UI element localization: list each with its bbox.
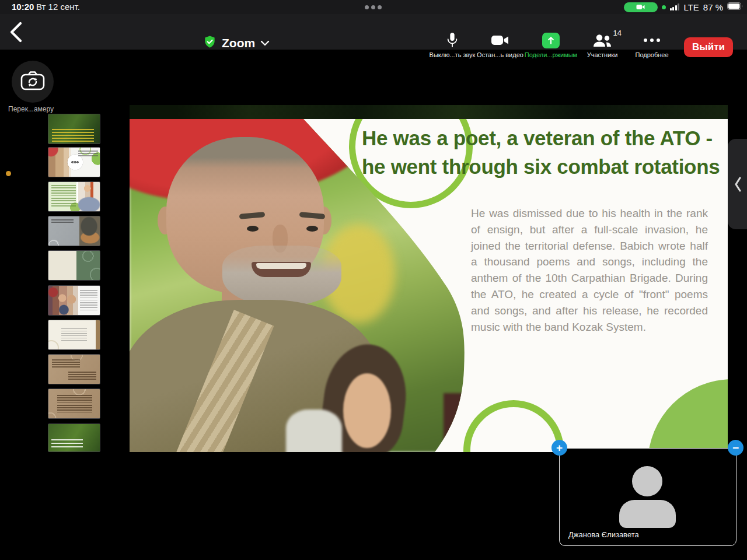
share-content-button[interactable]: Подели...ржимым: [523, 32, 579, 58]
status-bar: 10:20 Вт 12 сент. LTE 87 %: [0, 0, 747, 14]
decorative-circle-bottom-right: [648, 379, 728, 452]
microphone-icon: [446, 32, 459, 48]
network-type: LTE: [683, 2, 699, 12]
battery-icon: [727, 2, 743, 12]
clock: 10:20: [12, 2, 34, 12]
avatar-body: [619, 500, 676, 528]
participant-video-tile[interactable]: Джанова Єлизавета: [559, 448, 736, 546]
slide-thumbnail-4-gray-slide-soldier-photo[interactable]: [48, 216, 100, 246]
slide-thumbnail-3-green-textbox-with-photo[interactable]: [48, 181, 100, 212]
slide-thumbnail-9-tan-centered-text-slide[interactable]: [48, 388, 100, 419]
chevron-down-icon: [260, 38, 270, 48]
slide-top-strip: [130, 105, 728, 119]
share-up-arrow-icon: [542, 33, 560, 48]
slide-body-text: He was dismissed due to his health in th…: [471, 205, 708, 335]
multitasking-dots-icon: [365, 5, 382, 9]
decorative-ring-bottom: [463, 400, 564, 452]
back-button[interactable]: [8, 21, 29, 44]
battery-percent: 87 %: [703, 2, 723, 12]
slide-thumbnail-1-forest-title-slide[interactable]: [48, 114, 100, 144]
switch-camera-label: Перек...амеру: [8, 105, 54, 113]
participants-button[interactable]: 14 Участники: [577, 32, 628, 58]
slide-thumbnail-2-portrait-with-speech-bubble[interactable]: [48, 147, 100, 177]
more-button[interactable]: Подробнее: [630, 32, 673, 58]
camera-rotate-icon: [20, 71, 45, 93]
meeting-info-dropdown[interactable]: Zoom: [203, 35, 270, 51]
signal-bars-icon: [670, 4, 680, 10]
stop-video-button[interactable]: Остан...ь видео: [470, 32, 530, 58]
slide-thumbnail-6-couple-photo-with-text-panel[interactable]: [48, 285, 100, 316]
slide-thumbnail-7-cream-text-page[interactable]: [48, 320, 100, 350]
slide-thumbnail-10-forest-closing-slide[interactable]: [48, 424, 100, 452]
leave-meeting-button[interactable]: Выйти: [684, 37, 733, 57]
shared-screen-slide: He was a poet, a veteran of the ATO - he…: [130, 105, 728, 452]
encryption-shield-icon: [203, 35, 217, 51]
enlarge-tile-button[interactable]: +: [551, 440, 567, 456]
man-face: [166, 137, 324, 293]
video-camera-icon: [491, 32, 509, 48]
slide-thumbnail-5-cream-green-split[interactable]: [48, 250, 100, 281]
participant-name: Джанова Єлизавета: [568, 530, 639, 539]
meeting-toolbar: Zoom Выклю...ть звук Остан...ь видео: [0, 14, 747, 50]
slide-thumbnail-8-tan-text-slide[interactable]: [48, 354, 100, 384]
privacy-dot-icon: [662, 5, 666, 9]
ellipsis-icon: [644, 32, 660, 48]
avatar: [632, 466, 662, 496]
camera-active-indicator-icon: [624, 2, 658, 12]
switch-camera-button[interactable]: [12, 61, 54, 103]
participants-count-badge: 14: [613, 29, 622, 37]
date: Вт 12 сент.: [36, 2, 80, 12]
app-title: Zoom: [222, 36, 255, 50]
zoom-meeting-screen: 10:20 Вт 12 сент. LTE 87 % Zoom: [0, 0, 747, 560]
participants-icon: 14: [592, 32, 612, 48]
side-panel-handle[interactable]: [728, 139, 747, 229]
slide-title: He was a poet, a veteran of the ATO - he…: [362, 124, 725, 181]
annotation-dot: [6, 171, 11, 176]
shrink-tile-button[interactable]: −: [728, 440, 743, 456]
